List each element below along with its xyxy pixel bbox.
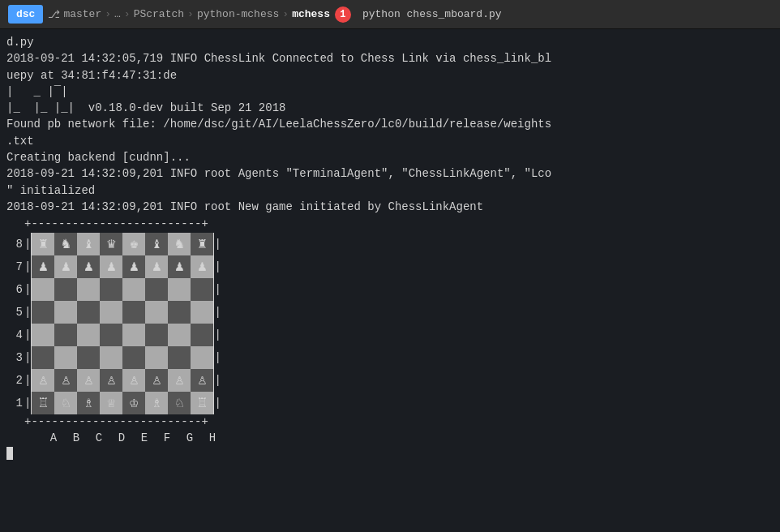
board-cell: ♘ bbox=[168, 392, 191, 414]
board-cells: ♙♙♙♙♙♙♙♙ bbox=[31, 369, 214, 392]
board-pipe-right: | bbox=[214, 392, 221, 414]
board-cell bbox=[122, 278, 145, 301]
board-pipe-left: | bbox=[24, 278, 31, 301]
board-pipe-right: | bbox=[214, 255, 221, 278]
board-pipe-left: | bbox=[24, 346, 31, 369]
board-cell bbox=[168, 278, 191, 301]
board-cell: ♟ bbox=[145, 255, 168, 278]
row-number: 5 bbox=[6, 301, 23, 324]
board-cell: ♔ bbox=[122, 392, 145, 414]
active-tab: mchess bbox=[292, 8, 330, 20]
col-label: B bbox=[65, 430, 88, 446]
terminal-line: |_ |_ |_| v0.18.0-dev built Sep 21 2018 bbox=[6, 100, 774, 116]
board-cells: ♟♟♟♟♟♟♟♟ bbox=[31, 255, 214, 278]
chess-board: +-------------------------+ 8|♜♞♝♛♚♝♞♜|7… bbox=[6, 217, 774, 446]
board-pipe-right: | bbox=[214, 324, 221, 346]
sep1: › bbox=[105, 8, 111, 20]
sep3: › bbox=[187, 8, 194, 20]
board-cell: ♟ bbox=[32, 255, 54, 278]
col-label: F bbox=[156, 430, 178, 446]
terminal-line: 2018-09-21 14:32:09,201 INFO root New ga… bbox=[6, 199, 774, 215]
board-cell: ♞ bbox=[54, 233, 77, 255]
board-cell: ♗ bbox=[145, 392, 168, 414]
board-cell bbox=[122, 301, 145, 324]
crumb1: … bbox=[114, 8, 121, 20]
board-cell bbox=[77, 324, 100, 346]
board-row: 8|♜♞♝♛♚♝♞♜| bbox=[6, 233, 774, 255]
board-pipe-left: | bbox=[24, 255, 31, 278]
board-cell bbox=[54, 324, 77, 346]
board-pipe-left: | bbox=[24, 392, 31, 414]
board-cell: ♟ bbox=[54, 255, 77, 278]
terminal-line: 2018-09-21 14:32:05,719 INFO ChessLink C… bbox=[6, 50, 774, 66]
terminal-line: uepy at 34:81:f4:47:31:de bbox=[6, 67, 774, 84]
terminal-line: 2018-09-21 14:32:09,201 INFO root Agents… bbox=[6, 165, 774, 182]
col-label: A bbox=[42, 430, 65, 446]
board-cell: ♛ bbox=[100, 233, 122, 255]
board-cell: ♚ bbox=[122, 233, 145, 255]
row-number: 8 bbox=[6, 233, 23, 255]
terminal-cursor bbox=[6, 447, 13, 460]
terminal-line: " initialized bbox=[6, 182, 774, 199]
terminal-line: | _ |¯| bbox=[6, 84, 774, 100]
tab-number: 1 bbox=[335, 6, 351, 23]
terminal-output: d.py2018-09-21 14:32:05,719 INFO ChessLi… bbox=[6, 34, 774, 215]
board-cell bbox=[32, 301, 54, 324]
board-border-top: +-------------------------+ bbox=[24, 217, 774, 233]
board-cell: ♟ bbox=[168, 255, 191, 278]
board-cell: ♜ bbox=[191, 233, 213, 255]
board-cell bbox=[122, 346, 145, 369]
board-cell: ♟ bbox=[77, 255, 100, 278]
board-cell bbox=[168, 301, 191, 324]
board-cell bbox=[32, 346, 54, 369]
board-pipe-right: | bbox=[214, 233, 221, 255]
board-cell: ♗ bbox=[77, 392, 100, 414]
board-cell bbox=[191, 324, 213, 346]
board-cell bbox=[145, 346, 168, 369]
board-cell: ♘ bbox=[54, 392, 77, 414]
board-cell bbox=[168, 324, 191, 346]
board-cells bbox=[31, 346, 214, 369]
board-cell: ♟ bbox=[122, 255, 145, 278]
board-cell: ♙ bbox=[54, 369, 77, 392]
row-number: 1 bbox=[6, 392, 23, 414]
board-pipe-left: | bbox=[24, 369, 31, 392]
row-number: 4 bbox=[6, 324, 23, 346]
col-labels: ABCDEFGH bbox=[42, 430, 774, 446]
breadcrumb: ⎇ master › … › PScratch › python-mchess … bbox=[48, 8, 330, 21]
board-cells: ♜♞♝♛♚♝♞♜ bbox=[31, 233, 214, 255]
board-row: 1|♖♘♗♕♔♗♘♖| bbox=[6, 392, 774, 414]
board-rows: 8|♜♞♝♛♚♝♞♜|7|♟♟♟♟♟♟♟♟|6| |5| |4| |3| |2|… bbox=[6, 233, 774, 414]
cursor-line bbox=[6, 447, 774, 460]
board-row: 5| | bbox=[6, 301, 774, 324]
board-cell bbox=[145, 278, 168, 301]
titlebar: dsc ⎇ master › … › PScratch › python-mch… bbox=[0, 0, 780, 29]
col-label: C bbox=[88, 430, 110, 446]
board-cell bbox=[168, 346, 191, 369]
board-cell: ♝ bbox=[145, 233, 168, 255]
terminal[interactable]: d.py2018-09-21 14:32:05,719 INFO ChessLi… bbox=[0, 29, 780, 532]
terminal-line: Found pb network file: /home/dsc/git/AI/… bbox=[6, 116, 774, 132]
board-cell bbox=[191, 346, 213, 369]
tab-dsc[interactable]: dsc bbox=[8, 5, 43, 24]
sep2: › bbox=[124, 8, 131, 20]
board-row: 2|♙♙♙♙♙♙♙♙| bbox=[6, 369, 774, 392]
board-cell bbox=[54, 278, 77, 301]
sep4: › bbox=[282, 8, 289, 20]
terminal-line: Creating backend [cudnn]... bbox=[6, 149, 774, 165]
crumb2: PScratch bbox=[134, 8, 184, 20]
board-pipe-left: | bbox=[24, 301, 31, 324]
board-cell: ♝ bbox=[77, 233, 100, 255]
board-pipe-right: | bbox=[214, 346, 221, 369]
col-label: D bbox=[110, 430, 133, 446]
col-label: E bbox=[133, 430, 156, 446]
terminal-line: d.py bbox=[6, 34, 774, 50]
board-cell bbox=[100, 301, 122, 324]
row-number: 6 bbox=[6, 278, 23, 301]
board-pipe-right: | bbox=[214, 369, 221, 392]
board-cell bbox=[100, 278, 122, 301]
board-row: 6| | bbox=[6, 278, 774, 301]
board-cells: ♖♘♗♕♔♗♘♖ bbox=[31, 392, 214, 414]
col-label: H bbox=[201, 430, 224, 446]
terminal-line: .txt bbox=[6, 133, 774, 149]
